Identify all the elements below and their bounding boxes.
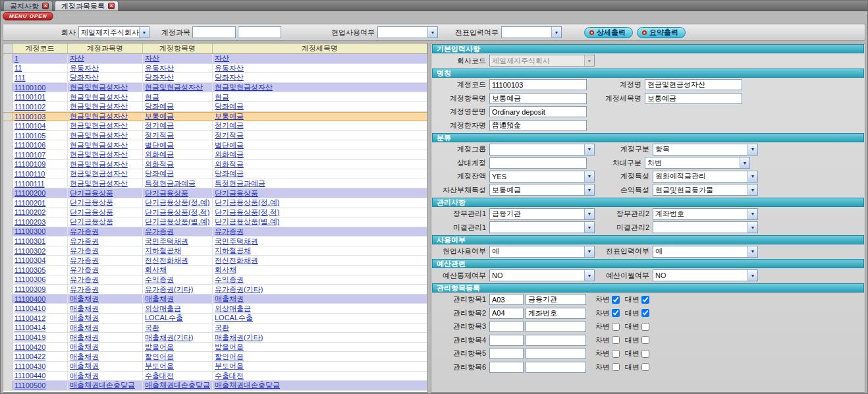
table-row[interactable]: 11100414매출채권국환국환 [3, 324, 427, 333]
table-row[interactable]: 11100110현금및현금성자산당좌예금당좌예금 [3, 169, 427, 179]
management-item-4-credit-checkbox[interactable] [641, 336, 649, 344]
table-row[interactable]: 11100419매출채권매출채권(기타)매출채권(기타) [3, 333, 427, 343]
slip-input-yn-select[interactable]: 예▼ [653, 246, 758, 258]
table-row[interactable]: 11100106현금및현금성자산별단예금별단예금 [3, 140, 427, 150]
management-item-2-code-input[interactable] [489, 308, 524, 319]
table-row[interactable]: 11100304유가증권전신전화채권전신전화채권 [3, 256, 427, 266]
management-item-6-credit-checkbox[interactable] [641, 363, 649, 371]
account-detail-name-input[interactable] [645, 93, 742, 104]
table-row[interactable]: 11100102현금및현금성자산당좌예금당좌예금 [3, 102, 427, 112]
table-row[interactable]: 11100111현금및현금성자산특정현금과예금특정현금과예금 [3, 179, 427, 189]
table-row[interactable]: 11100101현금및현금성자산현금현금 [3, 92, 427, 102]
management-item-5-name-input[interactable] [526, 348, 586, 359]
table-row[interactable]: 11100104현금및현금성자산정기예금정기예금 [3, 121, 427, 131]
slip-input-select[interactable]: ▼ [501, 26, 562, 38]
account-group-select[interactable]: ▼ [489, 144, 595, 155]
management-item-3-credit-checkbox[interactable] [641, 323, 649, 331]
account-item-name-input[interactable] [489, 93, 587, 104]
company-code-select[interactable]: 제일제지주식회사▼ [489, 55, 595, 67]
field-use-select[interactable]: ▼ [377, 26, 438, 38]
management-item-1-debit-checkbox[interactable] [612, 296, 620, 304]
ledger-management-2-select[interactable]: 계좌번호▼ [653, 208, 758, 220]
detail-print-button[interactable]: 상세출력 [584, 27, 633, 38]
table-row[interactable]: 11100440매출채권수출대전수출대전 [3, 372, 427, 381]
table-row[interactable]: 11유동자산유동자산유동자산 [3, 64, 427, 74]
profit-loss-attribute-select[interactable]: 현금및현금등가물▼ [653, 184, 758, 196]
management-item-6-debit-checkbox[interactable] [612, 363, 620, 371]
management-item-2-debit-checkbox[interactable] [612, 309, 620, 317]
field-use-yn-select[interactable]: 예▼ [489, 246, 595, 258]
tab-notice[interactable]: 공지사항 × [3, 1, 53, 11]
management-item-6-code-input[interactable] [489, 362, 524, 373]
menu-open-button[interactable]: MENU OPEN [3, 12, 53, 20]
table-row[interactable]: 11100305유가증권회사채회사채 [3, 266, 427, 275]
account-code-search-input[interactable] [192, 26, 236, 38]
table-row[interactable]: 11100300유가증권유가증권유가증권 [3, 227, 427, 237]
management-item-3-name-input[interactable] [526, 321, 586, 332]
table-row[interactable]: 11100200단기금융상품단기금융상품단기금융상품 [3, 188, 427, 198]
company-select[interactable]: 제일제지주식회사 ▼ [78, 26, 149, 38]
table-row[interactable]: 111당좌자산당좌자산당좌자산 [3, 73, 427, 83]
table-row[interactable]: 11100301유가증권국민주택채권국민주택채권 [3, 237, 427, 246]
cell-item: 전신전화채권 [143, 256, 213, 265]
budget-carryover-yn-select[interactable]: NO▼ [653, 269, 758, 281]
table-row[interactable]: 11100201단기금융상품단기금융상품(정,예)단기금융상품(정,예) [3, 198, 427, 208]
debit-credit-division-select[interactable]: 차변▼ [645, 157, 750, 169]
management-item-3-code-input[interactable] [489, 321, 524, 332]
management-item-5-code-input[interactable] [489, 348, 524, 359]
table-row[interactable]: 11100410매출채권외상매출금외상매출금 [3, 304, 427, 314]
account-hanja-name-input[interactable] [489, 120, 587, 131]
account-name-search-input[interactable] [238, 26, 281, 38]
column-header-2[interactable]: 계정항목명 [143, 43, 213, 53]
account-code-input[interactable] [489, 79, 587, 90]
table-row[interactable]: 11100105현금및현금성자산정기적금정기적금 [3, 131, 427, 141]
management-item-3-debit-checkbox[interactable] [612, 323, 620, 331]
table-row[interactable]: 11100107현금및현금성자산외화예금외화예금 [3, 150, 427, 160]
management-item-1-code-input[interactable] [489, 294, 524, 305]
counter-account-input[interactable] [489, 157, 587, 169]
budget-control-yn-select[interactable]: NO▼ [489, 269, 595, 281]
table-row[interactable]: 11100202단기금융상품단기금융상품(정,적)단기금융상품(정,적) [3, 208, 427, 218]
table-row[interactable]: 11100302유가증권지하철공채지하철공채 [3, 246, 427, 256]
account-english-name-input[interactable] [489, 106, 587, 117]
table-row[interactable]: 1자산자산자산 [3, 54, 427, 64]
management-item-2-credit-checkbox[interactable] [641, 309, 649, 317]
management-item-1-credit-checkbox[interactable] [641, 296, 649, 304]
open-management-2-select[interactable]: ▼ [653, 221, 758, 233]
management-item-6-name-input[interactable] [526, 362, 586, 373]
column-header-3[interactable]: 계정세목명 [213, 43, 427, 53]
column-header-1[interactable]: 계정과목명 [68, 43, 143, 53]
table-row[interactable]: 11100400매출채권매출채권매출채권 [3, 295, 427, 304]
table-row[interactable]: 11100412매출채권LOCAL수출LOCAL수출 [3, 314, 427, 324]
table-row[interactable]: 11100422매출채권할인어음할인어음 [3, 352, 427, 362]
account-attribute-select[interactable]: 원화예적금관리▼ [653, 171, 758, 183]
management-item-5-credit-checkbox[interactable] [641, 350, 649, 358]
table-row[interactable]: 11100420매출채권받을어음받을어음 [3, 343, 427, 352]
table-row[interactable]: 11100500매출채권대손충당금매출채권대손충당금매출채권대손충당금 [3, 381, 427, 391]
table-row[interactable]: 11100306유가증권수익증권수익증권 [3, 275, 427, 285]
summary-print-button[interactable]: 요약출력 [637, 27, 686, 38]
table-row[interactable]: 11100103현금및현금성자산보통예금보통예금 [3, 112, 427, 122]
account-division-select[interactable]: 항목▼ [653, 144, 758, 155]
table-row[interactable]: 11100203단기금융상품단기금융상품(별,예)단기금융상품(별,예) [3, 217, 427, 227]
management-item-1-name-input[interactable] [526, 294, 586, 305]
counter-account-field: 상대계정 [431, 157, 587, 169]
ledger-management-1-select[interactable]: 금융기관▼ [489, 208, 595, 220]
table-row[interactable]: 11100100현금및현금성자산현금및현금성자산현금및현금성자산 [3, 83, 427, 93]
account-balance-select[interactable]: YES▼ [489, 171, 595, 183]
management-item-4-debit-checkbox[interactable] [612, 336, 620, 344]
column-header-0[interactable]: 계정코드 [13, 43, 68, 53]
management-item-4-name-input[interactable] [526, 335, 586, 346]
asset-liability-attribute-select[interactable]: 보통예금▼ [489, 184, 595, 196]
table-row[interactable]: 11100309유가증권유가증권(기타)유가증권(기타) [3, 285, 427, 295]
close-icon[interactable]: × [108, 3, 115, 9]
account-name-input[interactable] [645, 79, 742, 90]
table-row[interactable]: 11100430매출채권부도어음부도어음 [3, 362, 427, 372]
management-item-2-name-input[interactable] [526, 308, 586, 319]
open-management-1-select[interactable]: ▼ [489, 221, 595, 233]
management-item-4-code-input[interactable] [489, 335, 524, 346]
close-icon[interactable]: × [42, 3, 49, 9]
management-item-5-debit-checkbox[interactable] [612, 350, 620, 358]
tab-account-registration[interactable]: 계정과목등록 × [55, 1, 119, 11]
table-row[interactable]: 11100109현금및현금성자산외화적금외화적금 [3, 160, 427, 170]
